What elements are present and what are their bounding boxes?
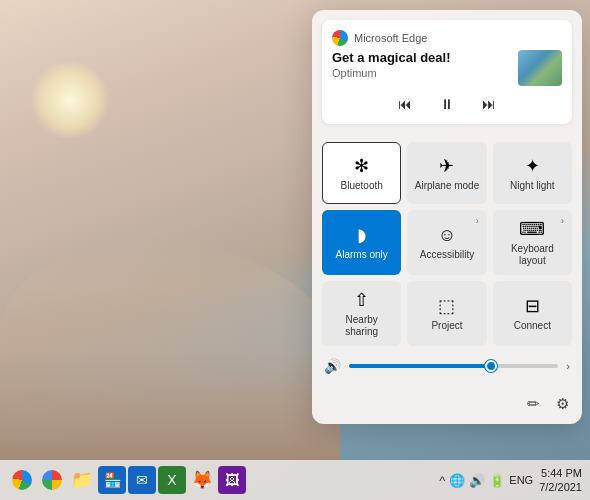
- qs-label-nearby: Nearby sharing: [328, 314, 395, 338]
- nearby-sharing-icon: ⇧: [354, 291, 369, 309]
- qs-grid: ✻ Bluetooth ✈ Airplane mode ✦ Night ligh…: [322, 142, 572, 346]
- qs-tile-connect[interactable]: ⊟ Connect: [493, 281, 572, 346]
- taskbar-mail-icon[interactable]: ✉: [128, 466, 156, 494]
- taskbar-pinned-apps: 📁 🏪 ✉ X 🦊 🖼: [8, 466, 246, 494]
- qs-tile-accessibility[interactable]: › ☺ Accessibility: [407, 210, 486, 275]
- action-center-panel: Microsoft Edge Get a magical deal! Optim…: [312, 10, 582, 424]
- system-tray-icons: ^ 🌐 🔊 🔋 ENG: [439, 473, 533, 488]
- media-text: Get a magical deal! Optimum: [332, 50, 518, 79]
- media-subtitle: Optimum: [332, 67, 518, 79]
- night-light-icon: ✦: [525, 157, 540, 175]
- qs-tile-bluetooth[interactable]: ✻ Bluetooth: [322, 142, 401, 204]
- media-header: Microsoft Edge: [332, 30, 562, 46]
- taskbar-chrome-icon[interactable]: [38, 466, 66, 494]
- taskbar-excel-icon[interactable]: X: [158, 466, 186, 494]
- media-app-name: Microsoft Edge: [354, 32, 427, 44]
- taskbar-edge-icon[interactable]: [8, 466, 36, 494]
- media-prev-button[interactable]: ⏮: [396, 94, 414, 114]
- media-controls: ⏮ ⏸ ⏭: [332, 94, 562, 114]
- taskbar-firefox-icon[interactable]: 🦊: [188, 466, 216, 494]
- keyboard-icon: ⌨: [519, 220, 545, 238]
- volume-slider-fill: [349, 364, 491, 368]
- media-play-pause-button[interactable]: ⏸: [438, 94, 456, 114]
- accessibility-icon: ☺: [438, 226, 456, 244]
- clock-time: 5:44 PM: [539, 466, 582, 480]
- media-thumbnail: [518, 50, 562, 86]
- sun-decoration: [30, 60, 110, 140]
- qs-label-accessibility: Accessibility: [420, 249, 474, 261]
- taskbar-photos-icon[interactable]: 🖼: [218, 466, 246, 494]
- project-icon: ⬚: [438, 297, 455, 315]
- tray-battery-icon[interactable]: 🔋: [489, 473, 505, 488]
- clock-date: 7/2/2021: [539, 480, 582, 494]
- qs-tile-project[interactable]: ⬚ Project: [407, 281, 486, 346]
- qs-label-alarms: Alarms only: [336, 249, 388, 261]
- connect-icon: ⊟: [525, 297, 540, 315]
- qs-tile-night-light[interactable]: ✦ Night light: [493, 142, 572, 204]
- taskbar: 📁 🏪 ✉ X 🦊 🖼 ^ 🌐 🔊 🔋 ENG 5:44 PM 7/2/2021: [0, 460, 590, 500]
- edit-quick-settings-button[interactable]: ✏: [524, 392, 543, 416]
- open-settings-button[interactable]: ⚙: [553, 392, 572, 416]
- keyboard-chevron: ›: [561, 216, 564, 226]
- qs-label-night-light: Night light: [510, 180, 554, 192]
- tray-language-label[interactable]: ENG: [509, 474, 533, 486]
- tray-network-icon[interactable]: 🌐: [449, 473, 465, 488]
- volume-slider-thumb: [485, 360, 497, 372]
- qs-tile-keyboard[interactable]: › ⌨ Keyboard layout: [493, 210, 572, 275]
- volume-expand-chevron[interactable]: ›: [566, 360, 570, 372]
- tray-volume-icon[interactable]: 🔊: [469, 473, 485, 488]
- qs-label-airplane: Airplane mode: [415, 180, 479, 192]
- airplane-icon: ✈: [439, 157, 454, 175]
- qs-tile-nearby[interactable]: ⇧ Nearby sharing: [322, 281, 401, 346]
- qs-label-connect: Connect: [514, 320, 551, 332]
- taskbar-system-tray: ^ 🌐 🔊 🔋 ENG 5:44 PM 7/2/2021: [439, 466, 582, 495]
- qs-tile-alarms[interactable]: ◗ Alarms only: [322, 210, 401, 275]
- volume-slider[interactable]: [349, 364, 558, 368]
- qs-tile-airplane[interactable]: ✈ Airplane mode: [407, 142, 486, 204]
- taskbar-clock[interactable]: 5:44 PM 7/2/2021: [539, 466, 582, 495]
- qs-label-bluetooth: Bluetooth: [341, 180, 383, 192]
- media-content: Get a magical deal! Optimum: [332, 50, 562, 86]
- accessibility-chevron: ›: [476, 216, 479, 226]
- quick-settings: ✻ Bluetooth ✈ Airplane mode ✦ Night ligh…: [312, 134, 582, 388]
- volume-icon: 🔊: [324, 358, 341, 374]
- alarms-icon: ◗: [357, 226, 366, 244]
- qs-label-keyboard: Keyboard layout: [499, 243, 566, 267]
- qs-label-project: Project: [431, 320, 462, 332]
- media-title: Get a magical deal!: [332, 50, 518, 67]
- tray-expand-icon[interactable]: ^: [439, 473, 445, 488]
- volume-row: 🔊 ›: [322, 354, 572, 380]
- dunes-decoration: [0, 240, 340, 460]
- media-next-button[interactable]: ⏭: [480, 94, 498, 114]
- bluetooth-icon: ✻: [354, 157, 369, 175]
- edge-browser-icon: [332, 30, 348, 46]
- media-card: Microsoft Edge Get a magical deal! Optim…: [322, 20, 572, 124]
- action-center-toolbar: ✏ ⚙: [312, 388, 582, 424]
- taskbar-store-icon[interactable]: 🏪: [98, 466, 126, 494]
- taskbar-explorer-icon[interactable]: 📁: [68, 466, 96, 494]
